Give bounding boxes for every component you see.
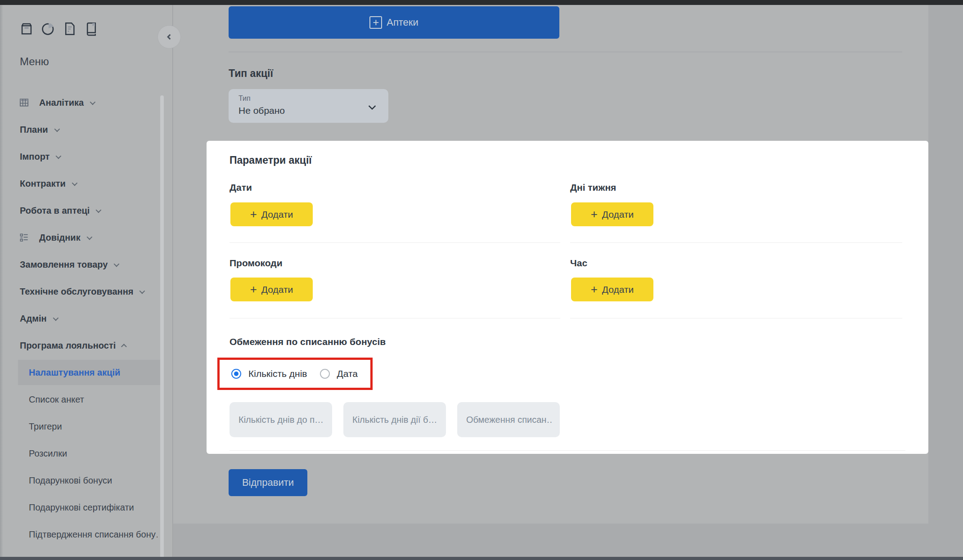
writeoff-limit-input[interactable] [457, 402, 560, 437]
sidebar-item-analytics[interactable]: Аналітика [0, 89, 173, 116]
sidebar-subitem-gift-bonuses[interactable]: Подарункові бонуси [0, 467, 173, 494]
sidebar-subitem-mailings[interactable]: Розсилки [0, 440, 173, 467]
main-content: + Аптеки Тип акції Тип Не обрано Парамет… [173, 5, 928, 524]
divider [230, 450, 905, 451]
chevron-up-icon [121, 344, 127, 349]
section-title-time: Час [570, 258, 587, 269]
divider [570, 318, 902, 318]
list-rows-icon [19, 233, 29, 243]
radio-unselected-icon[interactable] [320, 369, 330, 379]
sidebar-subitem-bonus-writeoff-confirm[interactable]: Підтвердження списання бону… [0, 521, 173, 548]
sidebar-toolbar [19, 21, 99, 37]
card-title: Параметри акції [230, 154, 312, 166]
plus-icon: + [591, 208, 598, 220]
document-icon[interactable] [62, 21, 77, 37]
sidebar-item-pharmacy-work[interactable]: Робота в аптеці [0, 197, 173, 224]
sidebar-scrollbar[interactable] [160, 95, 164, 557]
sidebar-item-plans[interactable]: Плани [0, 116, 173, 143]
days-before-input[interactable] [230, 402, 332, 437]
divider [229, 52, 902, 52]
bonus-active-days-input[interactable] [343, 402, 446, 437]
chevron-down-icon [96, 207, 102, 213]
sidebar-item-import[interactable]: Імпорт [0, 143, 173, 170]
promo-parameters-card: Параметри акції Дати + Додати Дні тижня … [207, 141, 928, 454]
add-dates-button[interactable]: + Додати [230, 202, 313, 226]
chevron-down-icon [72, 180, 77, 186]
sidebar-item-contracts[interactable]: Контракти [0, 170, 173, 197]
sidebar-item-admin[interactable]: Адмін [0, 305, 173, 332]
radio-selected-icon[interactable] [231, 369, 241, 379]
sidebar-item-maintenance[interactable]: Технічне обслуговування [0, 278, 173, 305]
book-icon[interactable] [84, 21, 99, 37]
divider [230, 318, 560, 318]
chevron-down-icon [90, 99, 96, 105]
add-promocodes-button[interactable]: + Додати [230, 278, 313, 301]
select-label: Тип [238, 94, 379, 103]
add-weekdays-button[interactable]: + Додати [571, 202, 653, 226]
submit-button[interactable]: Відправити [229, 469, 307, 496]
plus-icon: + [250, 208, 257, 220]
sidebar-item-label: Аналітика [0, 98, 84, 108]
annotation-highlight-box: Кількість днів Дата [217, 358, 373, 390]
chevron-down-icon [54, 126, 60, 132]
plus-icon: + [591, 283, 598, 295]
sidebar-subitem-gift-certificates[interactable]: Подарункові сертифікати [0, 494, 173, 521]
archive-box-icon[interactable] [19, 21, 34, 37]
sidebar-subitem-promo-settings[interactable]: Налаштування акцій [0, 359, 173, 386]
divider [230, 242, 560, 243]
table-grid-icon [19, 98, 29, 108]
chevron-down-icon [53, 315, 58, 321]
sidebar-item-loyalty-program[interactable]: Програма лояльності [0, 332, 173, 359]
sidebar-collapse-button[interactable] [158, 25, 181, 49]
window-top-edge [0, 0, 963, 5]
sidebar-subitem-questionnaires[interactable]: Список анкет [0, 386, 173, 413]
sidebar-title: Меню [20, 55, 49, 68]
section-title-dates: Дати [230, 182, 252, 193]
chevron-down-icon [56, 153, 62, 159]
sidebar: Меню Аналітика Плани Імпорт Контракти Ро… [0, 5, 173, 557]
chevron-left-icon [164, 32, 174, 42]
window-bottom-edge [0, 557, 963, 560]
sidebar-item-goods-order[interactable]: Замовлення товару [0, 251, 173, 278]
pharmacies-button[interactable]: + Аптеки [229, 6, 559, 39]
radio-option-days-count[interactable]: Кількість днів [231, 368, 307, 379]
promo-type-title: Тип акції [229, 67, 273, 80]
radio-option-date[interactable]: Дата [320, 368, 358, 379]
sidebar-subitem-triggers[interactable]: Тригери [0, 413, 173, 440]
add-time-button[interactable]: + Додати [571, 278, 653, 301]
plus-square-icon: + [369, 16, 382, 29]
chevron-down-icon [86, 234, 92, 240]
pie-chart-icon[interactable] [40, 21, 56, 37]
section-title-weekdays: Дні тижня [570, 182, 616, 193]
pharmacies-button-label: Аптеки [387, 17, 418, 28]
sidebar-item-directory[interactable]: Довідник [0, 224, 173, 251]
select-value: Не обрано [238, 105, 379, 116]
chevron-down-icon [114, 261, 120, 267]
divider [570, 242, 902, 243]
promo-type-select[interactable]: Тип Не обрано [229, 89, 388, 123]
section-title-promocodes: Промокоди [230, 258, 283, 269]
sidebar-menu: Аналітика Плани Імпорт Контракти Робота … [0, 89, 173, 548]
plus-icon: + [250, 283, 257, 295]
bonus-limit-title: Обмеження по списанню бонусів [230, 336, 386, 347]
chevron-down-icon [140, 288, 145, 294]
